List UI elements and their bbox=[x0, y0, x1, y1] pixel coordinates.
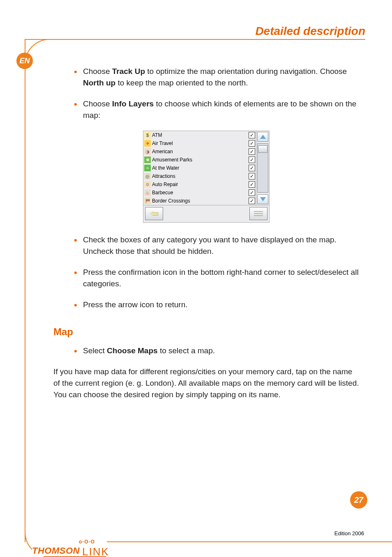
bold-text: North up bbox=[83, 78, 115, 87]
bold-text: Choose Maps bbox=[107, 346, 158, 355]
list-item: Choose Info Layers to choose which kinds… bbox=[74, 98, 359, 121]
list-icon bbox=[254, 211, 263, 216]
auto-icon: ⛭ bbox=[144, 181, 151, 188]
page-content: Choose Track Up to optimize the map orie… bbox=[53, 66, 359, 400]
text: to optimize the map orientation during n… bbox=[145, 67, 347, 76]
device-footer bbox=[143, 205, 269, 222]
text: to keep the map oriented to the north. bbox=[115, 78, 248, 87]
layer-checkbox[interactable]: ✓ bbox=[249, 181, 255, 188]
text: Choose bbox=[83, 99, 112, 108]
text: to select a map. bbox=[158, 346, 215, 355]
bbq-icon: ♨ bbox=[144, 189, 151, 196]
bold-text: Info Layers bbox=[112, 99, 154, 108]
atm-icon: $ bbox=[144, 132, 151, 138]
list-item: Select Choose Maps to select a map. bbox=[74, 345, 359, 357]
tbl-icon: ◑ bbox=[144, 148, 151, 155]
layer-label: At the Water bbox=[152, 165, 249, 171]
edition-text: Edition 2006 bbox=[334, 530, 364, 536]
text: Select bbox=[83, 346, 107, 355]
layer-row[interactable]: ⛿Border Crossings✓ bbox=[143, 197, 256, 205]
layer-row[interactable]: ≈At the Water✓ bbox=[143, 164, 256, 172]
layer-label: Border Crossings bbox=[152, 198, 249, 204]
page-number-badge: 27 bbox=[350, 491, 367, 509]
scroll-thumb[interactable] bbox=[258, 145, 267, 153]
layer-checkbox[interactable]: ✓ bbox=[249, 157, 255, 163]
scrollbar bbox=[256, 131, 269, 205]
layer-row[interactable]: ❋Amusement Parks✓ bbox=[143, 156, 256, 164]
layer-checkbox[interactable]: ✓ bbox=[249, 198, 255, 204]
scroll-track[interactable] bbox=[257, 143, 268, 193]
layer-label: ATM bbox=[152, 132, 249, 138]
layer-row[interactable]: ◑American✓ bbox=[143, 147, 256, 156]
layer-label: Amusement Parks bbox=[152, 157, 249, 163]
layer-checkbox[interactable]: ✓ bbox=[249, 132, 255, 138]
layer-label: Attractions bbox=[152, 173, 249, 179]
layer-row[interactable]: ♨Barbecue✓ bbox=[143, 189, 256, 197]
layer-checkbox[interactable]: ✓ bbox=[249, 189, 255, 196]
logo-brand: THOMSON bbox=[32, 545, 80, 556]
layer-label: American bbox=[152, 149, 249, 154]
info-layers-list: $ATM✓✈Air Travel✓◑American✓❋Amusement Pa… bbox=[143, 131, 256, 205]
park-icon: ❋ bbox=[144, 157, 151, 163]
layer-row[interactable]: $ATM✓ bbox=[143, 131, 256, 139]
list-item: Press the confirmation icon in the botto… bbox=[74, 267, 359, 289]
map-heading: Map bbox=[53, 326, 359, 338]
layer-checkbox[interactable]: ✓ bbox=[249, 140, 255, 147]
bullet-list-mid: Check the boxes of any category you want… bbox=[53, 234, 359, 311]
text: Choose bbox=[83, 67, 112, 76]
scroll-up-button[interactable] bbox=[257, 132, 268, 142]
language-badge: EN bbox=[16, 53, 33, 69]
bullet-list-map: Select Choose Maps to select a map. bbox=[53, 345, 359, 357]
list-item: Choose Track Up to optimize the map orie… bbox=[74, 66, 359, 88]
info-layers-screenshot: $ATM✓✈Air Travel✓◑American✓❋Amusement Pa… bbox=[143, 131, 270, 223]
layer-row[interactable]: ✈Air Travel✓ bbox=[143, 139, 256, 147]
brand-logo: THOMSON LINK bbox=[32, 545, 113, 556]
confirm-button[interactable] bbox=[249, 207, 267, 220]
logo-suffix: LINK bbox=[82, 548, 109, 556]
list-item: Press the arrow icon to return. bbox=[74, 299, 359, 311]
back-arrow-icon bbox=[150, 211, 159, 216]
header-divider bbox=[25, 39, 365, 40]
plane-icon: ✈ bbox=[144, 140, 151, 147]
layer-label: Barbecue bbox=[152, 190, 249, 196]
layer-checkbox[interactable]: ✓ bbox=[249, 165, 255, 171]
layer-label: Air Travel bbox=[152, 140, 249, 146]
back-button[interactable] bbox=[145, 207, 163, 220]
bold-text: Track Up bbox=[112, 67, 145, 76]
logo-dots-icon: o-O-O bbox=[79, 539, 95, 545]
triangle-down-icon bbox=[260, 197, 266, 201]
layer-row[interactable]: ◎Attractions✓ bbox=[143, 172, 256, 180]
layer-checkbox[interactable]: ✓ bbox=[249, 148, 255, 155]
triangle-up-icon bbox=[260, 135, 266, 139]
scroll-down-button[interactable] bbox=[257, 194, 268, 204]
list-item: Check the boxes of any category you want… bbox=[74, 234, 359, 257]
layer-row[interactable]: ⛭Auto Repair✓ bbox=[143, 180, 256, 189]
layer-label: Auto Repair bbox=[152, 182, 249, 187]
attr-icon: ◎ bbox=[144, 173, 151, 180]
map-paragraph: If you have map data for different regio… bbox=[53, 366, 359, 400]
bottom-line bbox=[107, 541, 392, 542]
bullet-list-top: Choose Track Up to optimize the map orie… bbox=[53, 66, 359, 121]
water-icon: ≈ bbox=[144, 165, 151, 171]
border-icon: ⛿ bbox=[144, 198, 151, 204]
section-header: Detailed description bbox=[255, 25, 365, 38]
layer-checkbox[interactable]: ✓ bbox=[249, 173, 255, 180]
side-border bbox=[25, 39, 25, 542]
